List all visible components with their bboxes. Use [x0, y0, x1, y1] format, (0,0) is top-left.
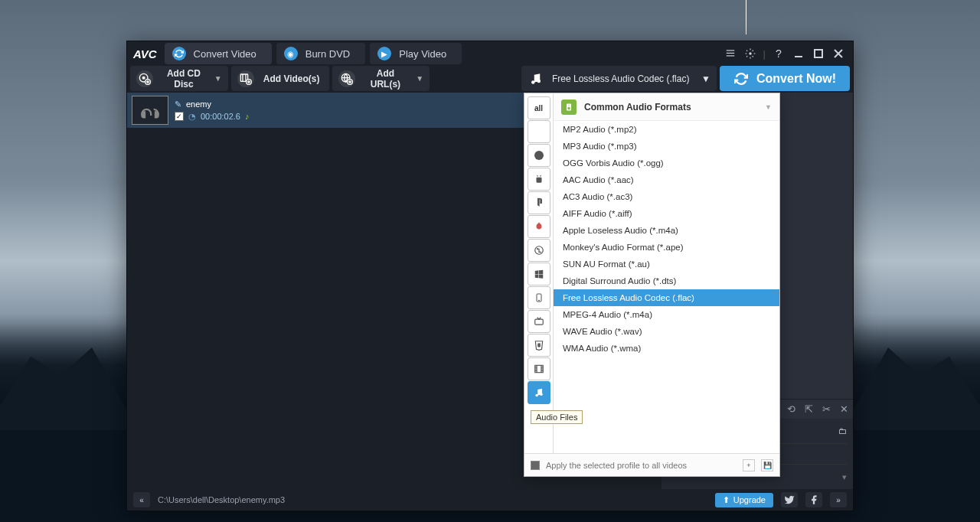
minimize-button[interactable]: [791, 46, 806, 61]
button-label: Convert Now!: [756, 72, 836, 86]
format-option[interactable]: Digital Surround Audio (*.dts): [554, 272, 779, 289]
convert-now-button[interactable]: Convert Now!: [720, 66, 850, 91]
svg-point-27: [535, 394, 538, 397]
file-checkbox[interactable]: ✓: [175, 112, 184, 121]
category-mobile[interactable]: [528, 286, 550, 309]
upgrade-label: Upgrade: [733, 495, 766, 504]
svg-point-13: [531, 80, 535, 84]
file-title: enemy: [186, 100, 211, 109]
category-huawei[interactable]: [528, 215, 550, 238]
chevron-down-icon[interactable]: ▾: [842, 472, 847, 482]
close-button[interactable]: [831, 46, 846, 61]
play-icon: ▶: [377, 47, 391, 60]
apply-all-checkbox[interactable]: [531, 461, 540, 470]
svg-point-23: [538, 300, 539, 301]
add-urls-button[interactable]: Add URL(s) ▼: [332, 66, 430, 91]
file-thumbnail: [132, 96, 168, 125]
svg-point-3: [749, 52, 752, 55]
output-format-selector[interactable]: Free Lossless Audio Codec (.flac) ▼: [521, 66, 717, 91]
dropdown-header-label: Common Audio Formats: [584, 102, 691, 113]
dropdown-category-sidebar: all: [524, 93, 554, 453]
upload-icon: ⬆: [723, 495, 730, 505]
scissors-icon[interactable]: ✂: [822, 403, 831, 415]
category-android[interactable]: [528, 168, 550, 191]
edit-icon[interactable]: ✎: [175, 100, 181, 109]
upgrade-button[interactable]: ⬆ Upgrade: [715, 493, 773, 507]
category-samsung[interactable]: [528, 144, 550, 167]
tool-icon[interactable]: ⇱: [805, 403, 813, 415]
dropdown-header[interactable]: Common Audio Formats ▼: [554, 93, 779, 121]
file-info: ✎ enemy ✓ ◔ 00:00:02.6 ♪: [175, 100, 250, 122]
svg-text:5: 5: [537, 343, 540, 347]
category-apple[interactable]: [528, 120, 550, 143]
film-plus-icon: [237, 70, 254, 87]
chevron-down-icon: ▼: [214, 74, 222, 83]
tab-convert-video[interactable]: Convert Video: [165, 43, 272, 64]
tab-label: Convert Video: [194, 48, 256, 60]
settings-icon[interactable]: [743, 46, 758, 61]
app-window: AVC Convert Video ◉ Burn DVD ▶ Play Vide…: [126, 41, 854, 511]
tab-play-video[interactable]: ▶ Play Video: [370, 43, 462, 64]
divider: |: [763, 48, 766, 60]
format-option[interactable]: WAVE Audio (*.wav): [554, 323, 779, 340]
svg-rect-5: [815, 50, 822, 57]
help-icon[interactable]: ?: [771, 46, 786, 61]
button-label: Add CD Disc: [159, 68, 208, 90]
statusbar: « C:\Users\dell\Desktop\enemy.mp3 ⬆ Upgr…: [127, 489, 853, 511]
format-label: Free Lossless Audio Codec (.flac): [552, 73, 694, 84]
cd-plus-icon: [136, 70, 153, 87]
category-audio[interactable]: [528, 381, 550, 404]
svg-rect-24: [534, 319, 543, 325]
app-logo: AVC: [133, 47, 157, 60]
button-label: Add URL(s): [361, 68, 410, 90]
category-video[interactable]: [528, 357, 550, 380]
format-option[interactable]: MP2 Audio (*.mp2): [554, 121, 779, 138]
twitter-button[interactable]: [781, 492, 798, 507]
tool-icon[interactable]: ✕: [840, 403, 848, 415]
svg-rect-1: [726, 53, 734, 54]
format-option[interactable]: AIFF Audio (*.aiff): [554, 205, 779, 222]
chevron-down-icon: ▼: [416, 74, 423, 83]
add-videos-button[interactable]: Add Video(s): [231, 66, 329, 91]
svg-point-7: [142, 77, 145, 79]
button-label: Add Video(s): [260, 73, 323, 84]
category-playstation[interactable]: [528, 191, 550, 214]
format-option[interactable]: Monkey's Audio Format (*.ape): [554, 239, 779, 256]
format-option[interactable]: WMA Audio (*.wma): [554, 340, 779, 357]
format-option[interactable]: OGG Vorbis Audio (*.ogg): [554, 155, 779, 171]
maximize-button[interactable]: [811, 46, 826, 61]
category-all[interactable]: all: [528, 96, 550, 119]
category-lg[interactable]: [528, 239, 550, 262]
category-tv[interactable]: [528, 310, 550, 333]
tool-icon[interactable]: ⟲: [787, 403, 795, 415]
add-profile-icon[interactable]: +: [743, 459, 755, 471]
tab-label: Play Video: [399, 48, 446, 60]
format-option[interactable]: Apple Loseless Audio (*.m4a): [554, 222, 779, 239]
svg-point-16: [534, 151, 544, 160]
content-area: ✎ enemy ✓ ◔ 00:00:02.6 ♪ ⟲ ⇱: [127, 93, 853, 489]
format-option[interactable]: MP3 Audio (*.mp3): [554, 138, 779, 155]
format-option[interactable]: AAC Audio (*.aac): [554, 171, 779, 188]
dropdown-format-list: MP2 Audio (*.mp2)MP3 Audio (*.mp3)OGG Vo…: [554, 121, 779, 453]
add-cd-disc-button[interactable]: Add CD Disc ▼: [130, 66, 228, 91]
format-option[interactable]: Free Lossless Audio Codec (.flac): [554, 289, 779, 306]
folder-icon[interactable]: 🗀: [838, 426, 847, 436]
category-windows[interactable]: [528, 263, 550, 285]
category-html5[interactable]: 5: [528, 334, 550, 357]
format-option[interactable]: SUN AU Format (*.au): [554, 256, 779, 272]
svg-point-31: [568, 104, 570, 106]
next-button[interactable]: »: [830, 492, 847, 507]
list-icon[interactable]: [723, 46, 738, 61]
titlebar: AVC Convert Video ◉ Burn DVD ▶ Play Vide…: [127, 41, 853, 66]
refresh-icon: [172, 47, 186, 60]
speaker-icon: [561, 100, 577, 115]
prev-button[interactable]: «: [133, 492, 150, 507]
format-option[interactable]: AC3 Audio (*.ac3): [554, 188, 779, 205]
save-profile-icon[interactable]: 💾: [761, 459, 773, 471]
tab-label: Burn DVD: [305, 48, 351, 60]
format-option[interactable]: MPEG-4 Audio (*.m4a): [554, 306, 779, 323]
svg-point-28: [540, 393, 543, 396]
tab-burn-dvd[interactable]: ◉ Burn DVD: [276, 43, 366, 64]
svg-rect-2: [726, 55, 734, 56]
facebook-button[interactable]: [805, 492, 822, 507]
